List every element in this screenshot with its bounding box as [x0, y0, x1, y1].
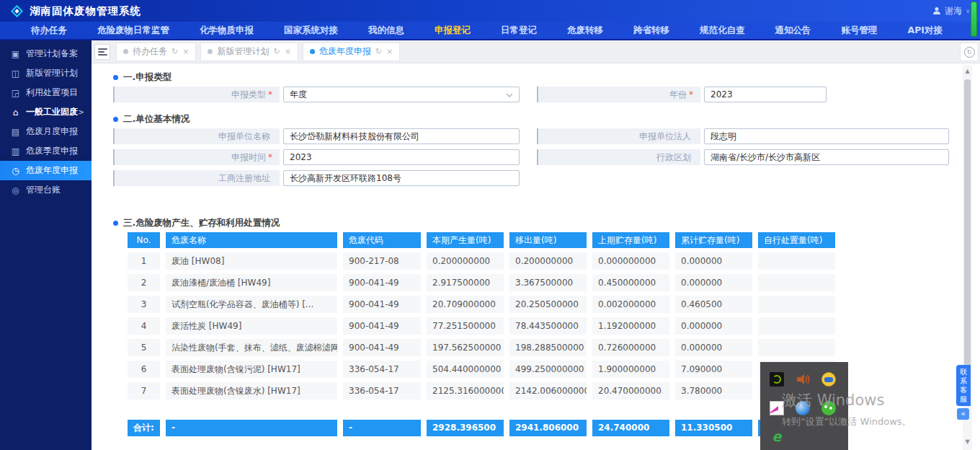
- cell-r5-5: 1.900000000: [592, 361, 669, 378]
- sidebar-collapse-button[interactable]: [94, 44, 110, 60]
- cell-r2-5: 0.002000000: [592, 296, 669, 313]
- cell-r0-6: 0.000000: [675, 252, 752, 270]
- tab-refresh-icon[interactable]: ↻: [172, 47, 178, 56]
- form-row-1: 申报类型* 年度 年份* 2023: [113, 87, 963, 102]
- user-menu[interactable]: 谢海 ∨: [932, 5, 970, 17]
- sidebar-item-7[interactable]: ◎管理台账: [0, 180, 92, 200]
- top-nav: 待办任务危险废物日常监管化学物质申报国家系统对接我的信息申报登记日常登记危废转移…: [0, 22, 980, 40]
- cell-r2-6: 0.460500: [675, 296, 752, 313]
- total-cell-2: -: [343, 420, 421, 436]
- scroll-up-icon[interactable]: ▲: [963, 66, 972, 76]
- nav-item-6[interactable]: 日常登记: [486, 25, 552, 37]
- cell-r2-2: 900-041-49: [343, 296, 421, 313]
- address-input[interactable]: 长沙高新开发区环联路108号: [283, 170, 520, 186]
- scrollbar-thumb[interactable]: [964, 79, 971, 405]
- tab-refresh-icon[interactable]: ↻: [375, 47, 382, 56]
- cell-r4-3: 197.562500000: [427, 339, 504, 356]
- total-cell-4: 2941.806000: [509, 420, 587, 436]
- cell-r1-0: 2: [128, 274, 160, 291]
- cell-r6-2: 336-054-17: [343, 382, 421, 400]
- legal-person-label: 申报单位法人: [537, 128, 700, 144]
- nav-item-1[interactable]: 危险废物日常监管: [82, 25, 184, 37]
- total-cell-0: 合计:: [128, 420, 160, 436]
- nav-item-12[interactable]: API对接: [893, 25, 958, 37]
- cell-r3-6: 0.000000: [675, 317, 752, 335]
- cell-r1-2: 900-041-49: [343, 274, 421, 291]
- header-cell-2: 危废代码: [343, 232, 421, 248]
- unit-name-input[interactable]: 长沙岱勒新材料科技股份有限公司: [283, 128, 520, 144]
- wechat-tray-icon[interactable]: [821, 401, 836, 415]
- nav-item-7[interactable]: 危废转移: [552, 25, 618, 37]
- sidebar-item-1[interactable]: ◫新版管理计划: [0, 63, 92, 83]
- nav-item-0[interactable]: 待办任务: [16, 25, 82, 37]
- nav-item-4[interactable]: 我的信息: [353, 25, 419, 37]
- sidebar-item-6[interactable]: ◷危废年度申报: [0, 161, 92, 180]
- app-title: 湖南固体废物管理系统: [30, 4, 141, 18]
- cell-r1-1: 废油漆桶/废油桶 [HW49]: [166, 274, 337, 291]
- tab-2[interactable]: 危废年度申报↻×: [303, 43, 400, 61]
- total-cell-6: 11.330500: [675, 420, 752, 436]
- total-cell-1: -: [166, 420, 337, 436]
- sidebar-item-label: 危废月度申报: [26, 125, 78, 138]
- system-tray-popup: e: [760, 362, 848, 450]
- cell-r5-4: 499.250000000: [509, 361, 587, 378]
- green-edge-strip: [971, 1, 977, 37]
- nav-item-10[interactable]: 通知公告: [760, 25, 827, 37]
- table-row: 1废油 [HW08]900-217-080.2000000000.2000000…: [128, 252, 963, 270]
- legal-person-input[interactable]: 段志明: [704, 128, 949, 144]
- cell-r3-2: 900-041-49: [343, 317, 421, 335]
- sidebar-item-label: 危废年度申报: [26, 164, 78, 177]
- page-refresh-button[interactable]: ↻: [960, 43, 979, 61]
- tab-1[interactable]: 新版管理计划↻×: [200, 43, 298, 61]
- header-cell-4: 移出量(吨): [509, 232, 587, 248]
- cell-r1-6: 0.000000: [675, 274, 752, 291]
- declare-time-input[interactable]: 2023: [283, 149, 520, 165]
- calendar-year-icon: ◷: [9, 166, 22, 176]
- year-input[interactable]: 2023: [704, 87, 827, 102]
- cell-r3-5: 1.192000000: [592, 317, 669, 335]
- tab-close-icon[interactable]: ×: [285, 47, 291, 56]
- section-dot-icon: [113, 75, 118, 80]
- sidebar-item-2[interactable]: ◲利用处置项目: [0, 83, 92, 102]
- table-row: 2废油漆桶/废油桶 [HW49]900-041-492.9175000003.3…: [128, 274, 963, 291]
- cell-r0-4: 0.200000000: [509, 252, 587, 270]
- nav-item-5[interactable]: 申报登记: [419, 25, 486, 37]
- cell-r1-3: 2.917500000: [427, 274, 504, 291]
- tools-icon: ◲: [9, 88, 22, 98]
- form-row-3: 申报时间* 2023 行政区划 湖南省/长沙市/长沙市高新区: [113, 149, 963, 165]
- cell-r5-0: 6: [128, 361, 160, 378]
- tab-refresh-icon[interactable]: ↻: [273, 47, 280, 56]
- nav-item-3[interactable]: 国家系统对接: [269, 25, 353, 37]
- sidebar-item-3[interactable]: ⌂一般工业固废>: [0, 102, 92, 122]
- browser-tray-icon[interactable]: [796, 401, 810, 415]
- tab-0[interactable]: 待办任务↻×: [116, 43, 196, 61]
- nav-item-11[interactable]: 账号管理: [827, 25, 893, 37]
- tab-bar: 待办任务↻×新版管理计划↻×危废年度申报↻×: [92, 40, 980, 63]
- sidebar-item-4[interactable]: ▤危废月度申报: [0, 122, 92, 141]
- collapse-button[interactable]: «: [957, 408, 969, 420]
- tab-close-icon[interactable]: ×: [182, 47, 189, 56]
- nav-item-9[interactable]: 规范化自查: [685, 25, 760, 37]
- cell-r2-7: [758, 296, 835, 313]
- top-title-bar: 湖南固体废物管理系统 谢海 ∨: [0, 0, 980, 22]
- nav-item-2[interactable]: 化学物质申报: [184, 25, 269, 37]
- volume-tray-icon[interactable]: [796, 372, 810, 387]
- contact-support-tab[interactable]: 联系客服: [956, 365, 971, 406]
- sidebar-item-5[interactable]: ▥危废季度申报: [0, 141, 92, 161]
- tab-close-icon[interactable]: ×: [386, 47, 393, 56]
- header-cell-5: 上期贮存量(吨): [592, 232, 669, 248]
- cell-r4-1: 沾染性废物(手套、抹布、滤纸、废滤棉滤网...: [166, 339, 337, 356]
- document-tray-icon[interactable]: [770, 401, 784, 415]
- cell-r6-0: 7: [128, 382, 160, 400]
- nvidia-tray-icon[interactable]: [770, 372, 784, 387]
- declare-type-select[interactable]: 年度: [283, 87, 520, 102]
- ie-tray-icon[interactable]: e: [770, 430, 784, 444]
- district-input[interactable]: 湖南省/长沙市/长沙市高新区: [704, 149, 949, 165]
- sidebar-item-0[interactable]: ▣管理计划备案: [0, 44, 92, 63]
- sidebar-item-label: 危废季度申报: [26, 145, 78, 157]
- cell-r4-4: 198.288500000: [509, 339, 587, 356]
- nav-item-8[interactable]: 跨省转移: [618, 25, 685, 37]
- report-icon: ▥: [9, 146, 22, 156]
- game-tray-icon[interactable]: [821, 372, 836, 387]
- scroll-down-icon[interactable]: ▼: [963, 437, 972, 447]
